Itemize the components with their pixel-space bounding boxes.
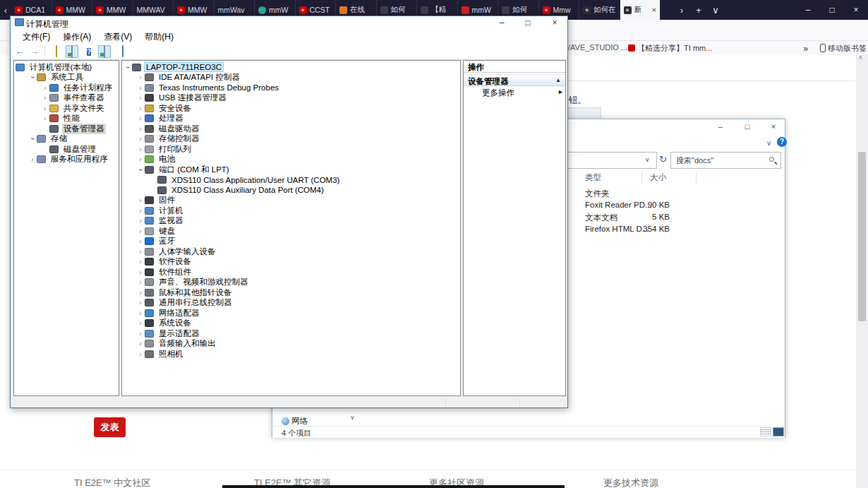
tree-item[interactable]: ›显示适配器 — [122, 328, 201, 339]
collapsed-chevron-icon[interactable]: › — [136, 237, 145, 245]
console-display-icon[interactable] — [116, 45, 129, 58]
column-header-size[interactable]: 大小 — [650, 172, 666, 183]
tree-item[interactable]: XDS110 Class Auxiliary Data Port (COM4) — [122, 185, 325, 196]
footer-heading-0[interactable]: TI E2E™ 中文社区 — [74, 477, 150, 488]
collapsed-chevron-icon[interactable]: › — [136, 73, 145, 81]
export-list-icon[interactable] — [50, 45, 63, 58]
tree-item[interactable]: ›USB 连接器管理器 — [122, 93, 228, 104]
tree-item[interactable]: ›处理器 — [122, 114, 185, 124]
tree-item[interactable]: ›系统工具 — [14, 73, 85, 83]
tree-item[interactable]: 计算机管理(本地) — [14, 62, 93, 73]
mobile-bookmarks-button[interactable]: 移动版书签 — [820, 43, 867, 54]
collapsed-chevron-icon[interactable]: › — [136, 258, 145, 266]
collapsed-chevron-icon[interactable]: › — [136, 105, 145, 112]
tree-item[interactable]: ›监视器 — [122, 216, 185, 227]
collapsed-chevron-icon[interactable]: › — [136, 309, 145, 317]
collapsed-chevron-icon[interactable]: › — [136, 145, 145, 153]
tab-list-button[interactable]: ∨ — [707, 0, 724, 20]
column-header-type[interactable]: 类型 — [585, 172, 601, 183]
list-view-button[interactable] — [760, 427, 771, 436]
new-tab-button[interactable]: + — [690, 0, 707, 20]
tree-item[interactable]: ›电池 — [122, 155, 176, 165]
back-icon[interactable]: ← — [13, 45, 26, 58]
tree-item[interactable]: ›照相机 — [122, 349, 185, 359]
expanded-chevron-icon[interactable]: › — [124, 63, 132, 71]
browser-restore-button[interactable]: □ — [820, 0, 844, 20]
collapsed-chevron-icon[interactable]: › — [136, 248, 145, 256]
help-icon[interactable]: ? — [83, 45, 95, 58]
tree-item[interactable]: ›人体学输入设备 — [122, 246, 217, 257]
collapsed-chevron-icon[interactable]: › — [28, 155, 37, 163]
address-dropdown-icon[interactable]: ∨ — [645, 156, 650, 163]
tree-item[interactable]: 磁盘管理 — [14, 144, 97, 155]
collapsed-chevron-icon[interactable]: › — [136, 94, 145, 102]
cm-minimize-button[interactable]: – — [490, 16, 513, 30]
tree-item[interactable]: ›通用串行总线控制器 — [122, 298, 234, 309]
page-scrollbar-thumb[interactable] — [858, 152, 866, 321]
menu-a[interactable]: 操作(A) — [56, 30, 97, 43]
tree-item[interactable]: ›服务和应用程序 — [14, 155, 109, 165]
tree-item[interactable]: ›软件组件 — [122, 267, 193, 278]
expanded-chevron-icon[interactable]: › — [29, 135, 37, 143]
collapsed-chevron-icon[interactable]: › — [136, 299, 145, 307]
tree-item[interactable]: ›安全设备 — [122, 103, 193, 114]
ribbon-expand-icon[interactable]: ∨ — [766, 139, 771, 147]
show-action-pane-icon[interactable] — [98, 45, 111, 58]
collapse-icon[interactable]: ▲ — [555, 77, 561, 83]
refresh-icon[interactable]: ↻ — [659, 154, 667, 165]
tree-item[interactable]: ›鼠标和其他指针设备 — [122, 287, 234, 298]
tree-item[interactable]: ›系统设备 — [122, 319, 193, 329]
network-chevron-icon[interactable]: ∨ — [350, 414, 355, 421]
column-separator[interactable] — [696, 172, 697, 184]
cm-maximize-button[interactable]: □ — [517, 16, 539, 30]
tree-item[interactable]: ›性能 — [14, 114, 81, 124]
tree-item[interactable]: ›键盘 — [122, 226, 176, 237]
thumbnail-view-button[interactable] — [773, 427, 784, 436]
tree-item[interactable]: ›IDE ATA/ATAPI 控制器 — [122, 73, 241, 83]
explorer-search-input[interactable] — [670, 152, 781, 169]
tab-close-icon[interactable]: × — [652, 6, 656, 14]
tree-item[interactable]: ›LAPTOP-711REO3C — [122, 62, 223, 73]
tree-item[interactable]: ›端口 (COM 和 LPT) — [122, 165, 231, 175]
footer-heading-3[interactable]: 更多技术资源 — [603, 477, 658, 488]
tree-item[interactable]: ›存储 — [14, 134, 68, 145]
collapsed-chevron-icon[interactable]: › — [136, 227, 145, 235]
expanded-chevron-icon[interactable]: › — [137, 165, 145, 174]
more-actions-item[interactable]: 更多操作 — [464, 88, 565, 98]
collapsed-chevron-icon[interactable]: › — [41, 114, 49, 122]
collapsed-chevron-icon[interactable]: › — [41, 84, 49, 92]
collapsed-chevron-icon[interactable]: › — [136, 217, 145, 225]
collapsed-chevron-icon[interactable]: › — [136, 319, 145, 327]
collapsed-chevron-icon[interactable]: › — [136, 114, 145, 122]
collapsed-chevron-icon[interactable]: › — [136, 135, 145, 143]
tree-item[interactable]: ›音频输入和输出 — [122, 339, 217, 350]
explorer-minimize-button[interactable]: – — [710, 122, 731, 135]
tree-item[interactable]: ›网络适配器 — [122, 308, 201, 319]
bookmark-item-share[interactable]: 【精选分享】TI mm... — [628, 43, 712, 54]
expanded-chevron-icon[interactable]: › — [29, 73, 37, 82]
menu-v[interactable]: 查看(V) — [97, 30, 138, 43]
cm-close-button[interactable]: × — [543, 16, 566, 30]
collapsed-chevron-icon[interactable]: › — [136, 196, 145, 204]
browser-tab-15[interactable]: ti新× — [620, 0, 661, 20]
tree-item[interactable]: ›磁盘驱动器 — [122, 124, 201, 134]
collapsed-chevron-icon[interactable]: › — [41, 94, 49, 102]
collapsed-chevron-icon[interactable]: › — [136, 350, 145, 358]
tree-item[interactable]: ›声音、视频和游戏控制器 — [122, 278, 250, 288]
tree-item[interactable]: ›软件设备 — [122, 257, 193, 268]
nav-item-network[interactable]: 网络 — [282, 416, 308, 427]
tree-item[interactable]: ›固件 — [122, 196, 176, 206]
collapsed-chevron-icon[interactable]: › — [136, 278, 145, 286]
collapsed-chevron-icon[interactable]: › — [41, 105, 49, 112]
tree-item[interactable]: ›存储控制器 — [122, 134, 201, 145]
collapsed-chevron-icon[interactable]: › — [136, 289, 145, 297]
column-separator[interactable] — [641, 172, 642, 184]
tree-item[interactable]: ›打印队列 — [122, 144, 193, 155]
collapsed-chevron-icon[interactable]: › — [136, 340, 145, 347]
tree-item[interactable]: ›共享文件夹 — [14, 103, 106, 114]
forward-icon[interactable]: → — [28, 45, 41, 58]
browser-minimize-button[interactable]: – — [796, 0, 820, 20]
browser-close-button[interactable]: × — [844, 0, 868, 20]
explorer-close-button[interactable]: × — [763, 122, 784, 135]
tree-item[interactable]: ›事件查看器 — [14, 93, 106, 104]
